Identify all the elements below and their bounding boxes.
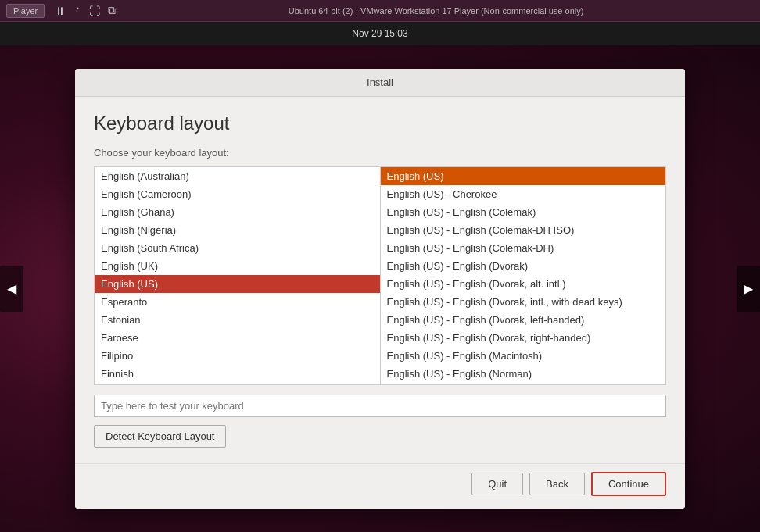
list-item[interactable]: English (Ghana) <box>95 203 380 221</box>
vm-screen: ◀ Install Keyboard layout Choose your ke… <box>0 45 760 532</box>
back-button[interactable]: Back <box>529 473 585 495</box>
list-item[interactable]: English (UK) <box>95 257 380 275</box>
list-item[interactable]: Finnish <box>95 365 380 383</box>
variant-item[interactable]: English (US) - English (Colemak-DH ISO) <box>381 221 666 239</box>
pause-icon[interactable]: ⏸ <box>54 5 66 17</box>
dialog-header: Install <box>75 69 685 97</box>
dialog-body: Keyboard layout Choose your keyboard lay… <box>75 97 685 463</box>
right-scroll-arrow[interactable]: ▶ <box>737 266 760 312</box>
list-item[interactable]: English (Cameroon) <box>95 185 380 203</box>
install-dialog: Install Keyboard layout Choose your keyb… <box>75 69 685 509</box>
variant-item[interactable]: English (US) - English (Dvorak, alt. int… <box>381 275 666 293</box>
list-item[interactable]: English (Nigeria) <box>95 221 380 239</box>
variant-item[interactable]: English (US) - English (Dvorak, intl., w… <box>381 293 666 311</box>
keyboard-layout-columns: English (Australian) English (Cameroon) … <box>94 166 666 385</box>
fullscreen-icon[interactable]: ⛶ <box>88 5 101 17</box>
list-item-selected[interactable]: English (US) <box>95 275 380 293</box>
variant-item[interactable]: English (US) - English (Colemak-DH) <box>381 239 666 257</box>
list-item[interactable]: English (Australian) <box>95 167 380 185</box>
list-item[interactable]: Esperanto <box>95 293 380 311</box>
window-title: Ubuntu 64-bit (2) - VMware Workstation 1… <box>118 6 754 16</box>
variant-item[interactable]: English (US) - English (Dvorak, right-ha… <box>381 329 666 347</box>
variant-item[interactable]: English (US) - Cherokee <box>381 185 666 203</box>
variant-item[interactable]: English (US) - English (Dvorak, left-han… <box>381 311 666 329</box>
keyboard-test-input[interactable] <box>94 395 666 417</box>
list-item[interactable]: Filipino <box>95 347 380 365</box>
variant-item[interactable]: English (US) - English (Dvorak) <box>381 257 666 275</box>
system-clock: Nov 29 15:03 <box>352 28 407 39</box>
detect-keyboard-layout-button[interactable]: Detect Keyboard Layout <box>94 425 226 448</box>
dialog-header-label: Install <box>367 77 393 88</box>
variant-list[interactable]: English (US) English (US) - Cherokee Eng… <box>381 166 667 385</box>
taskbar: Nov 29 15:03 <box>0 22 760 45</box>
language-list[interactable]: English (Australian) English (Cameroon) … <box>94 166 381 385</box>
continue-button[interactable]: Continue <box>591 472 666 496</box>
list-item[interactable]: English (South Africa) <box>95 239 380 257</box>
variant-item[interactable]: English (US) - English (Macintosh) <box>381 347 666 365</box>
variant-item[interactable]: English (US) - English (US, Symbolic) <box>381 383 666 385</box>
page-title: Keyboard layout <box>94 112 666 134</box>
subtitle: Choose your keyboard layout: <box>94 147 666 159</box>
title-bar: Player ⏸ ⎖ ⛶ ⧉ Ubuntu 64-bit (2) - VMwar… <box>0 0 760 22</box>
variant-item[interactable]: English (US) - English (Colemak) <box>381 203 666 221</box>
send-ctrl-alt-del-icon[interactable]: ⎖ <box>71 5 84 17</box>
list-item[interactable]: French <box>95 383 380 385</box>
variant-item-selected[interactable]: English (US) <box>381 167 666 185</box>
left-scroll-arrow[interactable]: ◀ <box>0 266 23 312</box>
quit-button[interactable]: Quit <box>471 473 523 495</box>
list-item[interactable]: Estonian <box>95 311 380 329</box>
variant-item[interactable]: English (US) - English (Norman) <box>381 365 666 383</box>
unity-mode-icon[interactable]: ⧉ <box>106 5 118 17</box>
list-item[interactable]: Faroese <box>95 329 380 347</box>
dialog-footer: Quit Back Continue <box>75 463 685 509</box>
player-menu-button[interactable]: Player <box>6 4 45 18</box>
